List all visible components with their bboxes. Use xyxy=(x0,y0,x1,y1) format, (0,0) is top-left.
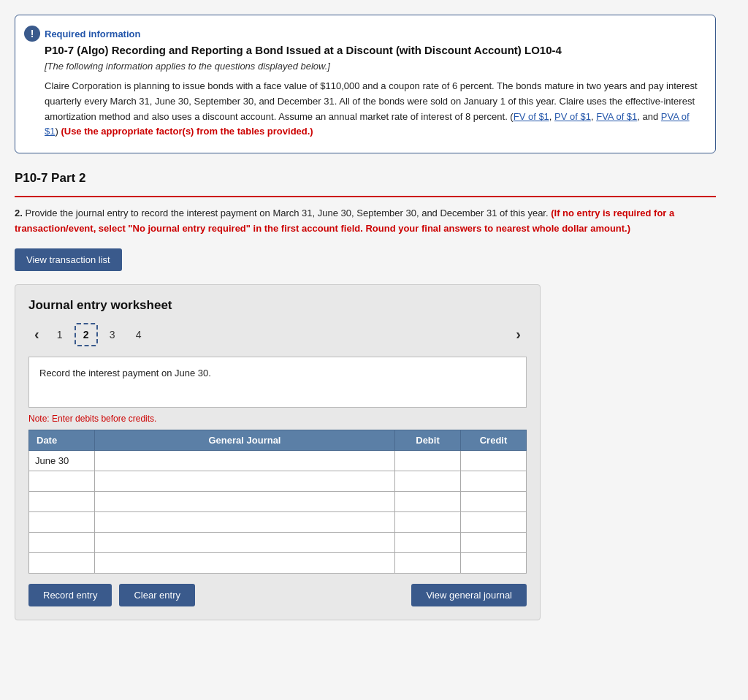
row-6-date xyxy=(29,552,95,573)
entry-description-box: Record the interest payment on June 30. xyxy=(28,357,527,408)
row-6-journal-input[interactable] xyxy=(101,558,389,568)
tab-2[interactable]: 2 xyxy=(75,323,98,346)
view-transaction-button[interactable]: View transaction list xyxy=(15,248,122,271)
row-6-debit-input[interactable] xyxy=(401,558,454,568)
required-label: Required information xyxy=(45,28,701,39)
table-row: June 30 xyxy=(29,450,527,471)
action-buttons: Record entry Clear entry View general jo… xyxy=(28,584,527,606)
tab-next-button[interactable]: › xyxy=(510,324,527,344)
header-debit: Debit xyxy=(395,430,461,450)
row-3-date xyxy=(29,491,95,511)
problem-subtitle: [The following information applies to th… xyxy=(45,61,701,72)
row-3-credit-input[interactable] xyxy=(467,496,520,507)
row-2-credit-input[interactable] xyxy=(467,476,520,487)
tab-4[interactable]: 4 xyxy=(127,323,150,346)
row-3-debit[interactable] xyxy=(395,491,461,511)
row-1-credit-input[interactable] xyxy=(467,455,520,466)
entry-description-text: Record the interest payment on June 30. xyxy=(39,368,211,378)
question-body: Provide the journal entry to record the … xyxy=(25,208,548,218)
row-5-date xyxy=(29,532,95,552)
row-2-journal[interactable] xyxy=(95,471,395,491)
row-2-debit-input[interactable] xyxy=(401,476,454,487)
row-4-date xyxy=(29,511,95,532)
problem-body: Claire Corporation is planning to issue … xyxy=(45,79,701,140)
row-5-credit-input[interactable] xyxy=(467,537,520,548)
journal-table: Date General Journal Debit Credit June 3… xyxy=(28,430,527,574)
table-row xyxy=(29,491,527,511)
row-1-journal-input[interactable] xyxy=(101,455,389,466)
tab-prev-button[interactable]: ‹ xyxy=(28,324,45,344)
row-2-credit[interactable] xyxy=(461,471,527,491)
row-6-credit[interactable] xyxy=(461,552,527,573)
row-4-credit[interactable] xyxy=(461,511,527,532)
row-3-journal-input[interactable] xyxy=(101,496,389,507)
info-icon: ! xyxy=(24,26,40,42)
worksheet-container: Journal entry worksheet ‹ 1 2 3 4 › Reco… xyxy=(15,284,541,620)
body-suffix: (Use the appropriate factor(s) from the … xyxy=(61,126,313,137)
problem-title: P10-7 (Algo) Recording and Reporting a B… xyxy=(45,44,701,56)
row-4-credit-input[interactable] xyxy=(467,517,520,528)
pv-link[interactable]: PV of $1 xyxy=(554,111,591,122)
row-1-debit-input[interactable] xyxy=(401,455,454,466)
table-row xyxy=(29,471,527,491)
table-row xyxy=(29,552,527,573)
row-6-journal[interactable] xyxy=(95,552,395,573)
row-5-journal[interactable] xyxy=(95,532,395,552)
header-credit: Credit xyxy=(461,430,527,450)
required-info-box: ! Required information P10-7 (Algo) Reco… xyxy=(15,15,716,153)
row-5-credit[interactable] xyxy=(461,532,527,552)
row-5-debit-input[interactable] xyxy=(401,537,454,548)
row-3-debit-input[interactable] xyxy=(401,496,454,507)
fv-link[interactable]: FV of $1 xyxy=(514,111,549,122)
row-4-debit-input[interactable] xyxy=(401,517,454,528)
note-text: Note: Enter debits before credits. xyxy=(28,414,527,424)
row-4-journal-input[interactable] xyxy=(101,517,389,528)
row-3-journal[interactable] xyxy=(95,491,395,511)
clear-entry-button[interactable]: Clear entry xyxy=(119,584,195,606)
header-date: Date xyxy=(29,430,95,450)
tab-1[interactable]: 1 xyxy=(48,323,72,346)
row-1-credit[interactable] xyxy=(461,450,527,471)
view-general-journal-button[interactable]: View general journal xyxy=(411,584,527,606)
row-4-journal[interactable] xyxy=(95,511,395,532)
worksheet-title: Journal entry worksheet xyxy=(28,298,527,313)
question-number: 2. xyxy=(15,208,23,218)
row-4-debit[interactable] xyxy=(395,511,461,532)
record-entry-button[interactable]: Record entry xyxy=(28,584,112,606)
table-row xyxy=(29,532,527,552)
row-5-journal-input[interactable] xyxy=(101,537,389,548)
table-row xyxy=(29,511,527,532)
part-title: P10-7 Part 2 xyxy=(15,171,716,186)
fva-link[interactable]: FVA of $1 xyxy=(596,111,637,122)
row-5-debit[interactable] xyxy=(395,532,461,552)
header-general-journal: General Journal xyxy=(95,430,395,450)
tab-3[interactable]: 3 xyxy=(101,323,124,346)
tab-nav: ‹ 1 2 3 4 › xyxy=(28,323,527,346)
row-2-debit[interactable] xyxy=(395,471,461,491)
question-text: 2. Provide the journal entry to record t… xyxy=(15,206,716,237)
divider xyxy=(15,196,716,197)
row-2-journal-input[interactable] xyxy=(101,476,389,487)
row-6-debit[interactable] xyxy=(395,552,461,573)
row-1-debit[interactable] xyxy=(395,450,461,471)
row-3-credit[interactable] xyxy=(461,491,527,511)
row-2-date xyxy=(29,471,95,491)
row-1-journal[interactable] xyxy=(95,450,395,471)
row-6-credit-input[interactable] xyxy=(467,558,520,568)
row-1-date: June 30 xyxy=(29,450,95,471)
